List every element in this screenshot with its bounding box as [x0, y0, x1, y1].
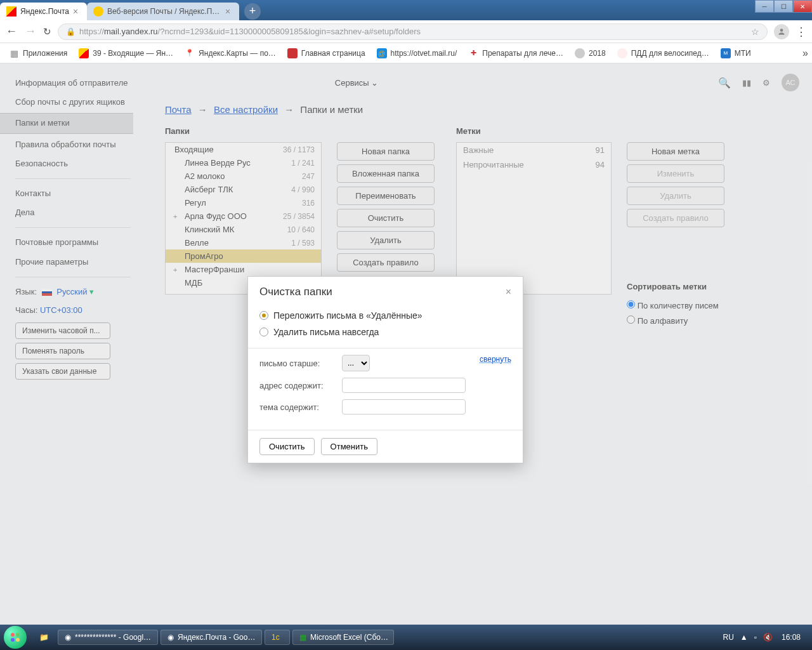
bookmark-item[interactable]: 📍Яндекс.Карты — по… [180, 46, 281, 61]
sidebar-item-security[interactable]: Безопасность [0, 154, 146, 173]
taskbar-explorer[interactable]: 📁 [33, 630, 55, 644]
label-item[interactable]: Важные91 [457, 143, 611, 157]
mailru-icon: @ [377, 48, 387, 58]
change-timezone-button[interactable]: Изменить часовой п... [15, 322, 110, 339]
search-icon[interactable]: 🔍 [718, 77, 731, 89]
bookmark-item[interactable]: ✚Препараты для лече… [463, 46, 568, 61]
apps-label: Приложения [23, 49, 67, 58]
taskbar-item[interactable]: 1c [265, 630, 290, 645]
address-contains-input[interactable] [342, 378, 466, 393]
option-move-to-trash[interactable]: Переложить письма в «Удалённые» [259, 307, 511, 324]
bookmark-item[interactable]: ПДД для велосипед… [612, 46, 714, 61]
expand-icon[interactable]: + [173, 213, 177, 220]
profile-icon[interactable] [774, 24, 789, 39]
taskbar-item[interactable]: ◉Яндекс.Почта - Goo… [160, 630, 262, 645]
close-tab-icon[interactable]: × [225, 6, 234, 17]
folder-action-button[interactable]: Новая папка [337, 142, 435, 161]
folder-item[interactable]: Линеа Верде Рус1 / 241 [166, 156, 321, 169]
change-password-button[interactable]: Поменять пароль [15, 343, 110, 359]
new-tab-button[interactable]: + [244, 3, 261, 20]
sidebar-item-mail-clients[interactable]: Почтовые программы [0, 233, 146, 252]
personal-data-button[interactable]: Указать свои данные [15, 363, 110, 380]
sidebar-item-other[interactable]: Прочие параметры [0, 253, 146, 272]
labels-list[interactable]: Важные91Непрочитанные94 [456, 142, 612, 295]
back-button[interactable]: ← [5, 25, 18, 38]
folder-action-button[interactable]: Очистить [337, 209, 435, 227]
subject-contains-input[interactable] [342, 399, 466, 415]
folder-name: Входящие [174, 145, 283, 154]
browser-tab-active[interactable]: Яндекс.Почта × [0, 3, 87, 20]
sort-by-count-radio[interactable]: По количеству писем [627, 298, 724, 313]
bookmark-item[interactable]: @https://otvet.mail.ru/ [372, 46, 462, 61]
close-window-button[interactable]: ✕ [793, 0, 812, 13]
sidebar-item-collect-mail[interactable]: Сбор почты с других ящиков [0, 93, 146, 112]
folder-count: 10 / 640 [287, 225, 315, 234]
folder-item[interactable]: Регул316 [166, 196, 321, 209]
folder-item[interactable]: ПромАгро [166, 249, 321, 263]
folder-item[interactable]: Айсберг ТЛК4 / 990 [166, 183, 321, 196]
tray-flag-icon[interactable]: ▫ [754, 633, 757, 642]
maximize-button[interactable]: ☐ [774, 0, 793, 13]
forward-button[interactable]: → [24, 25, 37, 38]
services-menu[interactable]: Сервисы ⌄ [335, 78, 379, 88]
label-action-button[interactable]: Удалить [627, 187, 724, 205]
folder-item[interactable]: +Арла Фудс ООО25 / 3854 [166, 209, 321, 223]
label-action-button[interactable]: Изменить [627, 164, 724, 183]
reload-button[interactable]: ↻ [43, 26, 51, 37]
bookmark-item[interactable]: 2018 [570, 46, 611, 61]
url-input[interactable]: 🔒 https://mail.yandex.ru/?ncrnd=1293&uid… [58, 23, 768, 40]
gear-icon[interactable]: ⚙ [763, 78, 770, 88]
tray-volume-icon[interactable]: 🔇 [763, 633, 773, 642]
close-tab-icon[interactable]: × [73, 6, 82, 17]
folder-item[interactable]: Клинский МК10 / 640 [166, 223, 321, 236]
folder-action-button[interactable]: Вложенная папка [337, 164, 435, 183]
clean-folder-dialog: Очистка папки × Переложить письма в «Уда… [247, 276, 523, 463]
tray-lang[interactable]: RU [723, 633, 733, 642]
option-delete-forever[interactable]: Удалить письма навсегда [259, 324, 511, 340]
minimize-button[interactable]: ─ [755, 0, 774, 13]
close-dialog-button[interactable]: × [506, 286, 511, 298]
breadcrumb-mail[interactable]: Почта [165, 104, 192, 115]
expand-icon[interactable]: + [173, 266, 177, 274]
label-action-button[interactable]: Новая метка [627, 142, 724, 161]
folder-name: Линеа Верде Рус [185, 158, 291, 168]
folder-action-button[interactable]: Удалить [337, 231, 435, 249]
label-action-button[interactable]: Создать правило [627, 209, 724, 227]
tray-up-icon[interactable]: ▲ [740, 633, 748, 642]
sidebar-item-todo[interactable]: Дела [0, 203, 146, 222]
language-selector[interactable]: Язык: Русский ▾ [0, 282, 146, 302]
folder-item[interactable]: А2 молоко247 [166, 169, 321, 183]
folder-action-button[interactable]: Переименовать [337, 187, 435, 205]
bookmark-item[interactable]: Главная страница [282, 46, 370, 61]
apps-button[interactable]: ▦Приложения [4, 46, 72, 61]
bookmark-item[interactable]: 39 - Входящие — Ян… [74, 46, 178, 61]
window-controls: ─ ☐ ✕ [755, 0, 812, 13]
folder-list[interactable]: Входящие36 / 1173Линеа Верде Рус1 / 241А… [165, 142, 322, 295]
clean-button[interactable]: Очистить [259, 438, 315, 455]
more-bookmarks-icon[interactable]: » [802, 48, 808, 59]
sidebar-item-filter-rules[interactable]: Правила обработки почты [0, 135, 146, 154]
sidebar-item-folders-labels[interactable]: Папки и метки [0, 113, 133, 133]
folder-action-button[interactable]: Создать правило [337, 253, 435, 272]
browser-menu-icon[interactable]: ⋮ [796, 25, 807, 39]
theme-icon[interactable]: ▮▮ [742, 78, 751, 88]
taskbar-item[interactable]: ◉************** - Googl… [58, 630, 158, 645]
start-button[interactable] [4, 626, 27, 649]
tray-clock[interactable]: 16:08 [779, 633, 803, 642]
bookmark-star-icon[interactable]: ☆ [751, 27, 759, 37]
sidebar-item-contacts[interactable]: Контакты [0, 184, 146, 203]
browser-tab-inactive[interactable]: Веб-версия Почты / Яндекс.По… × [87, 3, 239, 20]
breadcrumb-all-settings[interactable]: Все настройки [214, 104, 278, 115]
label-item[interactable]: Непрочитанные94 [457, 157, 611, 172]
folder-item[interactable]: Входящие36 / 1173 [166, 143, 321, 156]
older-than-select[interactable]: ... [342, 355, 370, 371]
taskbar-item[interactable]: ▦Microsoft Excel (Сбо… [292, 630, 394, 645]
sidebar-item-sender-info[interactable]: Информация об отправителе [0, 74, 146, 93]
collapse-link[interactable]: свернуть [480, 355, 511, 364]
folder-item[interactable]: +МастерФранши [166, 263, 321, 276]
sort-alpha-radio[interactable]: По алфавиту [627, 313, 724, 328]
cancel-button[interactable]: Отменить [321, 438, 377, 455]
avatar[interactable]: АС [782, 74, 799, 91]
folder-item[interactable]: Велле1 / 593 [166, 236, 321, 249]
bookmark-item[interactable]: ММТИ [716, 46, 756, 61]
